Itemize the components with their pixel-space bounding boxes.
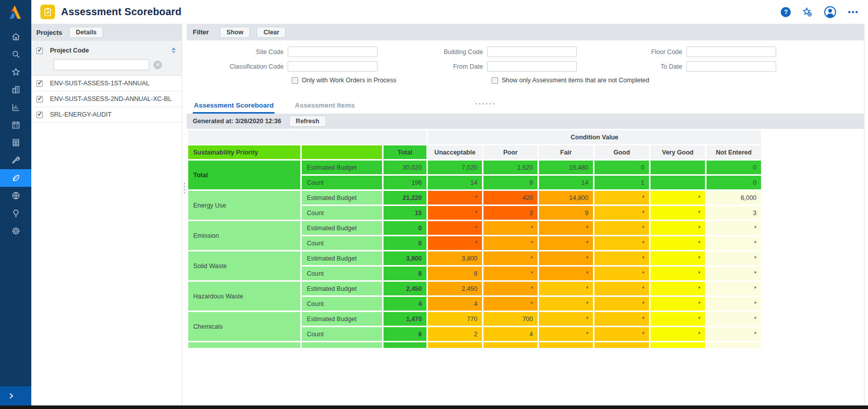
value-cell: * — [594, 206, 650, 221]
from-date-input[interactable] — [487, 61, 577, 72]
floor-code-input[interactable] — [686, 46, 776, 57]
classification-code-input[interactable] — [288, 61, 377, 72]
column-header-total: Total — [383, 145, 427, 160]
metric-label-cell: Count — [301, 327, 383, 342]
details-button[interactable]: Details — [69, 27, 103, 38]
add-favorite-button[interactable] — [802, 7, 812, 17]
nav-ideas[interactable] — [0, 205, 31, 222]
page-title: Assessment Scoreboard — [61, 6, 182, 18]
value-cell: * — [706, 236, 762, 251]
value-cell: 9 — [483, 175, 538, 190]
value-cell: * — [538, 251, 594, 266]
value-cell: 14,800 — [538, 190, 594, 206]
scoreboard-row: EmissionEstimated Budget0****** — [188, 221, 762, 236]
refresh-button[interactable]: Refresh — [289, 116, 326, 127]
value-cell — [650, 175, 706, 190]
partial-cell — [650, 342, 706, 348]
clear-filter-icon[interactable]: ✕ — [153, 61, 162, 69]
value-cell: * — [594, 281, 650, 296]
value-cell: * — [483, 221, 538, 236]
nav-settings[interactable] — [0, 222, 31, 240]
site-code-input[interactable] — [288, 46, 377, 57]
value-cell: * — [538, 281, 594, 296]
nav-favorites[interactable] — [0, 63, 31, 81]
clear-button[interactable]: Clear — [257, 27, 286, 38]
value-cell: 0 — [594, 160, 650, 175]
project-row[interactable]: SRL-ENERGY-AUDIT — [31, 107, 182, 123]
value-cell: * — [650, 281, 706, 296]
scoreboard-row: Energy UseEstimated Budget21,220*42014,8… — [188, 190, 762, 206]
generated-at-text: Generated at: 3/26/2020 12:36 — [193, 118, 281, 125]
user-avatar-icon — [824, 6, 837, 19]
right-scroll-gutter[interactable] — [864, 24, 868, 405]
search-icon — [11, 49, 21, 59]
project-row-checkbox[interactable] — [36, 80, 43, 87]
sort-asc-icon — [172, 47, 176, 50]
value-cell: * — [427, 236, 483, 251]
show-button[interactable]: Show — [220, 27, 250, 38]
building-code-input[interactable] — [487, 46, 577, 57]
scoreboard-body: Condition ValueSustainability PriorityTo… — [188, 130, 762, 348]
select-all-checkbox[interactable] — [36, 47, 43, 54]
content-tabs: Assessment Scoreboard Assessment Items — [187, 99, 864, 114]
help-icon: ? — [781, 7, 791, 17]
filter-form: Site Code Classification Code Building C… — [187, 40, 864, 98]
value-cell: * — [650, 206, 706, 221]
to-date-input[interactable] — [686, 61, 776, 72]
category-label-cell: Total — [188, 160, 301, 190]
project-row-checkbox[interactable] — [36, 112, 43, 118]
nav-calendar[interactable] — [0, 116, 31, 134]
metric-label-cell: Estimated Budget — [301, 281, 383, 296]
leaf-icon — [11, 173, 21, 183]
generated-toolbar: Generated at: 3/26/2020 12:36 Refresh — [187, 114, 864, 129]
vertical-splitter[interactable] — [182, 24, 187, 405]
nav-home[interactable] — [0, 28, 31, 45]
metric-label-cell: Estimated Budget — [301, 251, 383, 266]
user-menu-button[interactable] — [824, 6, 837, 19]
sort-toggle[interactable] — [172, 47, 176, 54]
project-row[interactable]: ENV-SUST-ASSESS-2ND-ANNUAL-XC-BL — [31, 91, 182, 107]
tab-assessment-scoreboard[interactable]: Assessment Scoreboard — [193, 99, 275, 114]
value-cell: * — [427, 206, 483, 221]
category-label-cell: Hazardous Waste — [188, 281, 301, 312]
archibus-logo[interactable] — [0, 0, 31, 24]
nav-buildings[interactable] — [0, 81, 31, 98]
partial-cell — [427, 342, 483, 348]
projects-panel-header: Projects Details — [31, 24, 182, 41]
nav-support[interactable] — [0, 187, 31, 205]
metric-label-cell: Count — [301, 236, 383, 251]
project-code-filter-input[interactable] — [53, 59, 149, 70]
nav-sustainability[interactable] — [0, 169, 31, 187]
work-orders-checkbox[interactable] — [292, 77, 298, 84]
value-cell: 4 — [483, 327, 538, 342]
table-icon — [11, 138, 21, 147]
category-label-cell: Chemicals — [188, 312, 301, 342]
value-cell: 3,800 — [427, 251, 483, 266]
sustainability-priority-header: Sustainability Priority — [188, 145, 301, 160]
category-label-cell: Energy Use — [188, 190, 301, 221]
tab-assessment-items[interactable]: Assessment Items — [294, 99, 356, 114]
value-cell: * — [427, 190, 483, 206]
sidebar-expand-button[interactable] — [0, 386, 31, 405]
filter-title: Filter — [193, 28, 209, 36]
help-button[interactable]: ? — [781, 7, 791, 17]
more-menu-button[interactable]: ••• — [848, 8, 859, 16]
value-cell: * — [538, 296, 594, 312]
value-cell: * — [538, 327, 594, 342]
nav-tables[interactable] — [0, 134, 31, 151]
nav-search[interactable] — [0, 45, 31, 63]
project-code-text: SRL-ENERGY-AUDIT — [50, 111, 112, 118]
value-cell: * — [594, 296, 650, 312]
metric-label-cell: Estimated Budget — [301, 160, 383, 175]
value-cell: 14 — [427, 175, 483, 190]
nav-reports[interactable] — [0, 98, 31, 116]
value-cell: 14 — [538, 175, 594, 190]
partial-cell — [301, 342, 383, 348]
condition-header-row: Condition Value — [188, 130, 762, 145]
scoreboard-table: Condition ValueSustainability PriorityTo… — [187, 129, 763, 348]
project-row-checkbox[interactable] — [36, 96, 43, 103]
nav-tools[interactable] — [0, 151, 31, 169]
value-cell: * — [706, 312, 762, 327]
not-completed-checkbox[interactable] — [492, 77, 498, 84]
project-row[interactable]: ENV-SUST-ASSESS-1ST-ANNUAL — [31, 76, 182, 91]
